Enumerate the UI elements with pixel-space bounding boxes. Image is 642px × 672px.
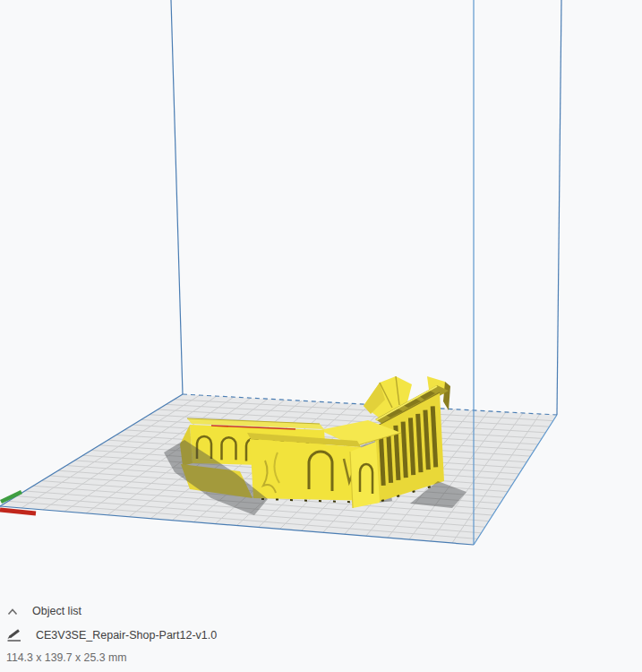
pencil-icon <box>7 629 21 642</box>
viewport-3d[interactable] <box>0 0 642 591</box>
cura-3d-viewport-screen: Object list CE3V3SE_Repair-Shop-Part12-v… <box>0 0 642 672</box>
chevron-up-icon <box>7 607 18 616</box>
model-right-wall-front-cap[interactable] <box>350 442 380 508</box>
model-dimensions: 114.3 x 139.7 x 25.3 mm <box>6 651 126 664</box>
axis-x-red <box>0 510 36 513</box>
object-name: CE3V3SE_Repair-Shop-Part12-v1.0 <box>36 629 217 642</box>
build-volume-edge-back-left <box>171 0 183 394</box>
object-list-header[interactable]: Object list <box>7 605 81 617</box>
object-list-title: Object list <box>32 605 81 617</box>
object-list-item[interactable]: CE3V3SE_Repair-Shop-Part12-v1.0 <box>7 629 217 642</box>
build-volume-edge-back-right <box>557 0 561 415</box>
